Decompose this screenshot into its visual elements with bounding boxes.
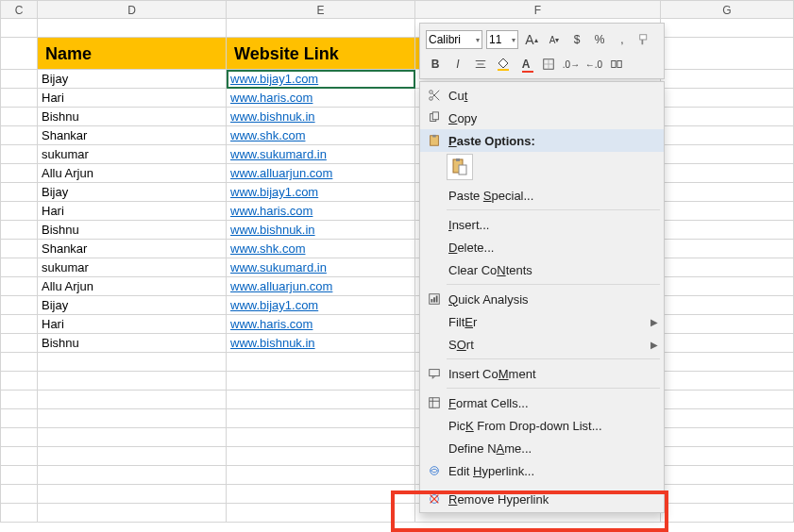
cell[interactable] [661, 183, 794, 202]
menu-format-cells[interactable]: Format Cells... [420, 391, 664, 414]
cell[interactable] [0, 353, 38, 372]
hyperlink[interactable]: www.bishnuk.in [230, 336, 315, 350]
cell-name[interactable]: Bijay [38, 70, 227, 89]
hyperlink[interactable]: www.shk.com [230, 128, 305, 142]
hyperlink[interactable]: www.bijay1.com [230, 298, 318, 312]
font-color-button[interactable]: A [516, 55, 535, 74]
cell[interactable] [0, 447, 38, 466]
menu-copy[interactable]: Copy [420, 107, 664, 129]
cell[interactable] [661, 202, 794, 221]
cell[interactable] [0, 221, 38, 240]
cell-name[interactable]: Hari [38, 89, 227, 108]
increase-decimal-button[interactable]: .0→ [562, 55, 581, 74]
cell-name[interactable]: Allu Arjun [38, 277, 227, 296]
cell[interactable] [661, 277, 794, 296]
cell-link[interactable]: www.haris.com [227, 202, 415, 221]
cell[interactable] [0, 315, 38, 334]
cell[interactable] [661, 372, 794, 391]
cell[interactable] [38, 428, 227, 447]
col-header-G[interactable]: G [661, 0, 794, 19]
menu-paste-special[interactable]: Paste Special... [420, 184, 664, 207]
cell[interactable] [0, 38, 38, 70]
cell[interactable] [661, 38, 794, 70]
cell[interactable] [38, 504, 227, 523]
cell[interactable] [661, 108, 794, 126]
cell-link[interactable]: www.haris.com [227, 89, 415, 108]
cell-link[interactable]: www.shk.com [227, 240, 415, 258]
cell[interactable] [227, 428, 415, 447]
cell[interactable] [661, 258, 794, 277]
fill-color-button[interactable] [494, 55, 513, 74]
cell[interactable] [0, 202, 38, 221]
cell-link[interactable]: www.alluarjun.com [227, 164, 415, 183]
spreadsheet-grid[interactable]: C D E F G Name Website Link Bijaywww.bij… [0, 0, 794, 532]
cell[interactable] [227, 409, 415, 428]
menu-paste-options[interactable]: Paste Options: [420, 129, 664, 152]
hyperlink[interactable]: www.sukumard.in [230, 260, 327, 274]
increase-font-button[interactable]: A▴ [522, 30, 541, 49]
center-align-button[interactable] [471, 55, 490, 74]
cell[interactable] [227, 504, 415, 523]
cell[interactable] [227, 19, 415, 38]
cell-name[interactable]: Bishnu [38, 334, 227, 353]
cell-link[interactable]: www.haris.com [227, 315, 415, 334]
cell-name[interactable]: Bishnu [38, 221, 227, 240]
font-combo[interactable]: Calibri ▾ [426, 30, 482, 49]
cell[interactable] [0, 372, 38, 391]
cell-link[interactable]: www.bijay1.com [227, 296, 415, 315]
cell[interactable] [0, 19, 38, 38]
cell[interactable] [661, 466, 794, 485]
cell[interactable] [38, 447, 227, 466]
cell[interactable] [661, 221, 794, 240]
cell[interactable] [38, 391, 227, 409]
cell-link[interactable]: www.bishnuk.in [227, 108, 415, 126]
decrease-decimal-button[interactable]: ←.0 [584, 55, 603, 74]
cell-name[interactable]: Bijay [38, 183, 227, 202]
cell[interactable] [227, 353, 415, 372]
cell-name[interactable]: sukumar [38, 145, 227, 164]
col-header-E[interactable]: E [227, 0, 415, 19]
italic-button[interactable]: I [448, 55, 467, 74]
cell-link[interactable]: www.alluarjun.com [227, 277, 415, 296]
cell[interactable] [0, 145, 38, 164]
cell[interactable] [0, 485, 38, 504]
col-header-C[interactable]: C [0, 0, 38, 19]
cell[interactable] [0, 70, 38, 89]
cell[interactable] [661, 334, 794, 353]
bold-button[interactable]: B [426, 55, 445, 74]
header-name[interactable]: Name [38, 38, 227, 70]
cell-name[interactable]: Hari [38, 202, 227, 221]
hyperlink[interactable]: www.sukumard.in [230, 147, 327, 161]
menu-remove-hyperlink[interactable]: Remove Hyperlink [420, 488, 664, 510]
cell[interactable] [661, 164, 794, 183]
cell-name[interactable]: Bijay [38, 296, 227, 315]
cell[interactable] [0, 183, 38, 202]
col-header-D[interactable]: D [38, 0, 227, 19]
accounting-format-button[interactable]: $ [567, 30, 586, 49]
cell-link[interactable]: www.bishnuk.in [227, 334, 415, 353]
cell[interactable] [0, 240, 38, 258]
cell[interactable] [0, 126, 38, 145]
paste-option-default[interactable] [447, 154, 473, 180]
cell[interactable] [0, 108, 38, 126]
col-header-F[interactable]: F [415, 0, 661, 19]
cell-link[interactable]: www.shk.com [227, 126, 415, 145]
hyperlink[interactable]: www.bijay1.com [230, 185, 318, 199]
cell[interactable] [0, 391, 38, 409]
cell[interactable] [0, 409, 38, 428]
font-size-combo[interactable]: 11 ▾ [486, 30, 518, 49]
cell[interactable] [661, 409, 794, 428]
borders-button[interactable] [539, 55, 558, 74]
cell-name[interactable]: sukumar [38, 258, 227, 277]
cell[interactable] [661, 19, 794, 38]
cell[interactable] [227, 391, 415, 409]
menu-edit-hyperlink[interactable]: Edit Hyperlink... [420, 459, 664, 482]
cell[interactable] [38, 19, 227, 38]
cell[interactable] [227, 372, 415, 391]
menu-pick-from-list[interactable]: PicK From Drop-down List... [420, 414, 664, 437]
cell[interactable] [661, 447, 794, 466]
cell[interactable] [0, 334, 38, 353]
cell-link[interactable]: www.bijay1.com [227, 183, 415, 202]
menu-filter[interactable]: FiltEr ▶ [420, 310, 664, 333]
menu-quick-analysis[interactable]: Quick Analysis [420, 288, 664, 310]
